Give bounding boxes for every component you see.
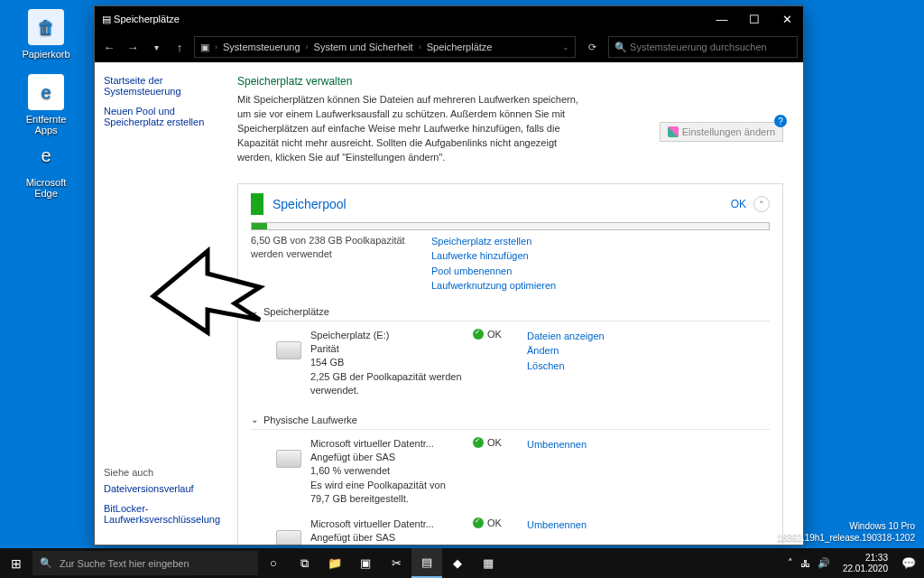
tray-up-icon[interactable]: ˄: [788, 557, 793, 569]
pool-status: OK: [731, 198, 746, 210]
ok-icon: [473, 437, 484, 448]
search-icon: 🔍: [614, 42, 627, 53]
close-button[interactable]: ✕: [771, 6, 803, 32]
storage-space-item: Speicherplatz (E:) Parität 154 GB 2,25 G…: [251, 322, 770, 402]
taskbar-clock[interactable]: 21:33 22.01.2020: [837, 553, 893, 573]
titlebar[interactable]: ▤ Speicherplätze — ☐ ✕: [95, 6, 803, 32]
drive-icon: [276, 341, 301, 359]
desktop-icon-recycle[interactable]: 🗑 Papierkorb: [14, 9, 78, 60]
shield-icon: [668, 126, 679, 137]
sound-icon[interactable]: 🔊: [818, 557, 830, 569]
link-optimize[interactable]: Laufwerknutzung optimieren: [431, 278, 556, 294]
minimize-button[interactable]: —: [706, 6, 738, 32]
app-icon: ▤: [102, 14, 111, 25]
help-icon[interactable]: ?: [774, 115, 787, 127]
up-button[interactable]: ↑: [171, 41, 189, 54]
window-title: Speicherplätze: [114, 14, 180, 24]
desktop-icon-removed-apps[interactable]: e Entfernte Apps: [14, 74, 78, 135]
section-spaces[interactable]: ⌄ Speicherplätze: [251, 301, 770, 322]
sidebar-file-history[interactable]: Dateiversionsverlauf: [104, 483, 221, 494]
storage-pool-panel: Speicherpool OK ⌃ 6,50 GB von 238 GB Poo…: [237, 183, 783, 545]
recycle-bin-icon: 🗑: [28, 9, 64, 45]
chevron-down-icon: ⌄: [251, 306, 258, 316]
pool-usage: 6,50 GB von 238 GB Poolkapazität werden …: [251, 234, 431, 294]
link-rename-drive[interactable]: Umbenennen: [527, 437, 770, 452]
search-placeholder: Zur Suche Text hier eingeben: [60, 558, 189, 569]
space-used: 2,25 GB der Poolkapazität werden verwend…: [310, 370, 464, 398]
server-manager-icon[interactable]: ▣: [350, 548, 381, 578]
crumb[interactable]: System und Sicherheit: [314, 42, 413, 52]
taskbar-search[interactable]: 🔍 Zur Suche Text hier eingeben: [32, 551, 258, 575]
search-placeholder: Systemsteuerung durchsuchen: [630, 42, 767, 52]
app-icon-2[interactable]: ▦: [473, 548, 504, 578]
app-icon[interactable]: ◆: [442, 548, 473, 578]
drive-icon: ▣: [200, 42, 209, 53]
drive-via: Angefügt über SAS: [310, 451, 464, 464]
link-add-drives[interactable]: Laufwerke hinzufügen: [431, 248, 556, 264]
sidebar-create-pool[interactable]: Neuen Pool und Speicherplatz erstellen: [104, 106, 221, 127]
pool-title: Speicherpool: [273, 197, 731, 211]
drive-via: Angefügt über SAS: [310, 531, 464, 545]
back-button[interactable]: ←: [100, 41, 118, 54]
taskbar: ⊞ 🔍 Zur Suche Text hier eingeben ○ ⧉ 📁 ▣…: [0, 548, 924, 578]
control-panel-window: ▤ Speicherplätze — ☐ ✕ ← → ▾ ↑ ▣› System…: [94, 5, 804, 545]
physical-drive-item: Microsoft virtueller Datentr... Angefügt…: [251, 430, 770, 510]
network-icon[interactable]: 🖧: [800, 558, 810, 569]
forward-button[interactable]: →: [124, 41, 142, 54]
page-description: Mit Speicherplätzen können Sie Dateien a…: [237, 93, 580, 165]
sidebar-home[interactable]: Startseite der Systemsteuerung: [104, 75, 221, 97]
physical-drive-item: Microsoft virtueller Datentr... Angefügt…: [251, 510, 770, 545]
snip-icon[interactable]: ✂: [381, 548, 411, 578]
nav-toolbar: ← → ▾ ↑ ▣› Systemsteuerung› System und S…: [95, 32, 803, 62]
chevron-down-icon: ⌄: [251, 415, 258, 424]
pool-color-icon: [251, 193, 263, 215]
link-create-space[interactable]: Speicherplatz erstellen: [431, 234, 556, 249]
recent-dropdown[interactable]: ▾: [147, 42, 165, 52]
search-box[interactable]: 🔍 Systemsteuerung durchsuchen: [608, 36, 798, 58]
space-size: 154 GB: [310, 356, 464, 369]
link-rename-drive[interactable]: Umbenennen: [527, 517, 770, 533]
drive-cap: Es wird eine Poolkapazität von 79,7 GB b…: [310, 479, 464, 507]
action-center-icon[interactable]: 💬: [893, 548, 924, 578]
link-rename-pool[interactable]: Pool umbenennen: [431, 264, 556, 279]
crumb[interactable]: Speicherplätze: [427, 42, 493, 52]
drive-pct: 1,60 % verwendet: [310, 464, 464, 478]
start-button[interactable]: ⊞: [0, 556, 32, 571]
status-text: OK: [487, 517, 502, 528]
windows-watermark: Windows 10 Pro 18362.19h1_release.190318…: [777, 520, 915, 544]
drive-icon: [276, 530, 301, 545]
edge-icon: e: [28, 137, 64, 173]
page-heading: Speicherplatz verwalten: [237, 75, 783, 88]
sidebar-bitlocker[interactable]: BitLocker-Laufwerksverschlüsselung: [104, 503, 221, 525]
explorer-icon[interactable]: 📁: [319, 548, 350, 578]
desktop-icon-label: Microsoft Edge: [14, 177, 78, 199]
desktop-icon-edge[interactable]: e Microsoft Edge: [14, 137, 78, 199]
section-physical-drives[interactable]: ⌄ Physische Laufwerke: [251, 409, 770, 430]
link-show-files[interactable]: Dateien anzeigen: [527, 329, 770, 344]
capacity-bar: [251, 222, 770, 230]
link-change[interactable]: Ändern: [527, 343, 770, 359]
pool-header[interactable]: Speicherpool OK ⌃: [238, 184, 782, 222]
search-icon: 🔍: [40, 557, 52, 569]
status-text: OK: [487, 437, 502, 448]
ok-icon: [473, 329, 484, 340]
drive-icon: [276, 450, 301, 468]
control-panel-taskbar-icon[interactable]: ▤: [411, 548, 442, 578]
change-settings-button[interactable]: Einstellungen ändern: [660, 122, 783, 142]
crumb[interactable]: Systemsteuerung: [223, 42, 300, 52]
sidebar: Startseite der Systemsteuerung Neuen Poo…: [95, 62, 230, 545]
system-tray[interactable]: ˄ 🖧 🔊: [788, 557, 837, 569]
collapse-icon[interactable]: ⌃: [753, 196, 770, 212]
breadcrumb[interactable]: ▣› Systemsteuerung› System und Sicherhei…: [194, 36, 576, 58]
chevron-down-icon[interactable]: ⌄: [562, 42, 569, 51]
main-content: Speicherplatz verwalten Mit Speicherplät…: [230, 62, 803, 545]
button-label: Einstellungen ändern: [682, 126, 775, 137]
cortana-icon[interactable]: ○: [258, 548, 289, 578]
section-label: Physische Laufwerke: [263, 415, 357, 425]
desktop-icon-label: Entfernte Apps: [14, 114, 78, 135]
refresh-button[interactable]: ⟳: [581, 42, 603, 53]
link-delete[interactable]: Löschen: [527, 359, 770, 374]
edge-legacy-icon: e: [28, 74, 64, 110]
maximize-button[interactable]: ☐: [738, 6, 771, 32]
task-view-icon[interactable]: ⧉: [289, 548, 319, 578]
